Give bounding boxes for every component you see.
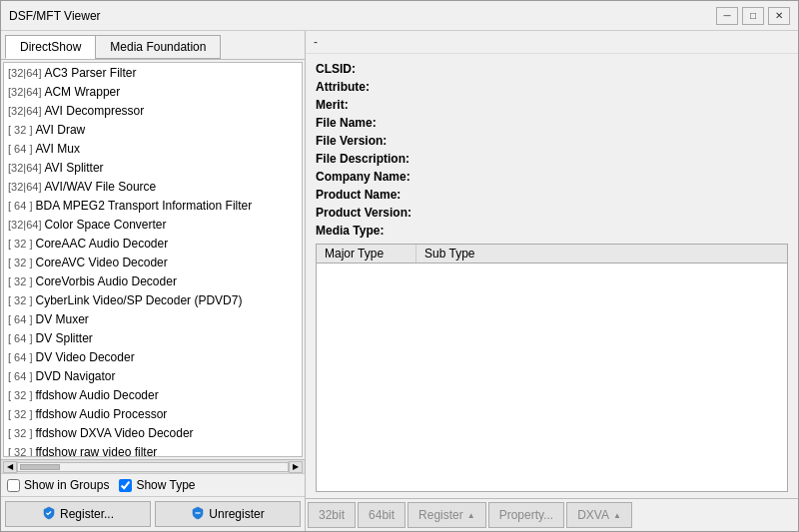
filter-badge: [32|64] (8, 86, 41, 98)
list-item[interactable]: [32|64]AVI/WAV File Source (4, 178, 302, 197)
prop-label: File Description: (316, 152, 445, 166)
media-type-table: Major TypeSub Type (316, 244, 788, 492)
show-type-group: Show Type (119, 478, 195, 492)
media-type-column-header: Major Type (317, 245, 416, 263)
list-item[interactable]: [ 32 ]CoreAAC Audio Decoder (4, 235, 302, 254)
property-row: Company Name: (316, 168, 788, 185)
list-item[interactable]: [ 32 ]ffdshow Audio Processor (4, 405, 302, 424)
filter-name: DV Video Decoder (35, 350, 134, 364)
list-item[interactable]: [ 64 ]DV Muxer (4, 310, 302, 329)
filter-badge: [32|64] (8, 162, 41, 174)
show-in-groups-group: Show in Groups (7, 478, 109, 492)
filter-badge: [32|64] (8, 219, 41, 231)
show-type-checkbox[interactable] (119, 479, 132, 492)
tab-directshow[interactable]: DirectShow (5, 35, 95, 59)
filter-name: CoreAAC Audio Decoder (35, 237, 168, 251)
list-item[interactable]: [ 64 ]DV Splitter (4, 329, 302, 348)
tab-media-foundation[interactable]: Media Foundation (95, 35, 221, 59)
filter-badge: [ 32 ] (8, 257, 32, 268)
scroll-right-arrow[interactable]: ▶ (289, 461, 303, 473)
filter-badge: [32|64] (8, 181, 41, 193)
main-window: DSF/MFT Viewer ─ □ ✕ DirectShow Media Fo… (0, 0, 799, 532)
prop-label: Attribute: (316, 80, 445, 94)
prop-label: File Name: (316, 116, 445, 130)
filter-name: ffdshow Audio Processor (35, 407, 167, 421)
properties-area: CLSID:Attribute:Merit:File Name:File Ver… (306, 54, 798, 498)
prop-label: Merit: (316, 98, 445, 112)
filter-name: AVI Splitter (44, 161, 103, 175)
list-item[interactable]: [32|64]ACM Wrapper (4, 83, 302, 102)
property-bottom-button[interactable]: Property... (488, 502, 564, 528)
filter-badge: [32|64] (8, 67, 41, 79)
unregister-button-label: Unregister (209, 507, 264, 521)
filter-badge: [ 32 ] (8, 124, 32, 136)
dxva-bottom-button[interactable]: DXVA▲ (566, 502, 632, 528)
maximize-button[interactable]: □ (742, 7, 764, 25)
show-type-label: Show Type (136, 478, 195, 492)
filter-name: CoreAVC Video Decoder (35, 256, 167, 269)
filter-list[interactable]: [32|64]AC3 Parser Filter[32|64]ACM Wrapp… (4, 63, 302, 456)
title-bar: DSF/MFT Viewer ─ □ ✕ (1, 1, 798, 31)
prop-label: File Version: (316, 134, 445, 148)
filter-badge: [ 64 ] (8, 200, 32, 212)
property-row: Merit: (316, 96, 788, 113)
unregister-button[interactable]: Unregister (155, 501, 301, 527)
list-item[interactable]: [ 32 ]ffdshow DXVA Video Decoder (4, 424, 302, 443)
list-item[interactable]: [32|64]AC3 Parser Filter (4, 64, 302, 83)
filter-badge: [ 32 ] (8, 427, 32, 439)
horizontal-scrollbar[interactable]: ◀ ▶ (1, 459, 305, 473)
window-controls: ─ □ ✕ (716, 7, 790, 25)
32bit-bottom-button[interactable]: 32bit (308, 502, 356, 528)
list-item[interactable]: [ 32 ]ffdshow raw video filter (4, 443, 302, 456)
arrow-icon: ▲ (467, 511, 475, 520)
action-row: Register... Unregister (1, 496, 305, 531)
list-item[interactable]: [ 64 ]AVI Mux (4, 140, 302, 159)
list-item[interactable]: [ 64 ]BDA MPEG2 Transport Information Fi… (4, 197, 302, 216)
minimize-button[interactable]: ─ (716, 7, 738, 25)
64bit-bottom-button[interactable]: 64bit (358, 502, 405, 528)
filter-name: CyberLink Video/SP Decoder (PDVD7) (35, 293, 242, 307)
filter-name: AVI Draw (35, 123, 85, 137)
left-panel: DirectShow Media Foundation [32|64]AC3 P… (1, 31, 306, 531)
filter-name: AVI/WAV File Source (44, 180, 156, 194)
main-content: DirectShow Media Foundation [32|64]AC3 P… (1, 31, 798, 531)
register-bottom-button[interactable]: Register▲ (407, 502, 486, 528)
property-row: Product Name: (316, 186, 788, 203)
list-item[interactable]: [ 32 ]AVI Draw (4, 121, 302, 140)
list-item[interactable]: [ 64 ]DV Video Decoder (4, 348, 302, 367)
filter-badge: [ 32 ] (8, 408, 32, 420)
register-button-label: Register... (60, 507, 114, 521)
list-item[interactable]: [ 32 ]ffdshow Audio Decoder (4, 386, 302, 405)
filter-name: AC3 Parser Filter (44, 66, 136, 80)
filter-name: ACM Wrapper (44, 85, 120, 99)
register-shield-icon (42, 506, 56, 523)
arrow-icon: ▲ (613, 511, 621, 520)
list-item[interactable]: [32|64]AVI Decompressor (4, 102, 302, 121)
filter-badge: [ 64 ] (8, 332, 32, 344)
filter-name: DV Splitter (35, 331, 92, 345)
list-item[interactable]: [ 32 ]CoreAVC Video Decoder (4, 254, 302, 272)
scrollbar-thumb[interactable] (20, 464, 60, 470)
prop-label: CLSID: (316, 62, 445, 76)
filter-name: ffdshow DXVA Video Decoder (35, 426, 193, 440)
list-item[interactable]: [32|64]Color Space Converter (4, 216, 302, 235)
show-in-groups-checkbox[interactable] (7, 479, 20, 492)
property-row: Media Type: (316, 222, 788, 239)
media-type-header: Major TypeSub Type (317, 245, 787, 264)
register-button[interactable]: Register... (5, 501, 151, 527)
filter-name: DVD Navigator (35, 369, 115, 383)
filter-badge: [ 64 ] (8, 313, 32, 325)
list-item[interactable]: [ 32 ]CyberLink Video/SP Decoder (PDVD7) (4, 291, 302, 310)
media-type-column-header: Sub Type (416, 245, 516, 263)
bottom-options-bar: Show in Groups Show Type (1, 473, 305, 496)
list-item[interactable]: [ 64 ]DVD Navigator (4, 367, 302, 386)
scrollbar-track[interactable] (17, 462, 289, 472)
filter-badge: [ 32 ] (8, 389, 32, 401)
list-item[interactable]: [ 32 ]CoreVorbis Audio Decoder (4, 272, 302, 291)
scroll-left-arrow[interactable]: ◀ (3, 461, 17, 473)
property-row: CLSID: (316, 60, 788, 77)
list-item[interactable]: [32|64]AVI Splitter (4, 159, 302, 178)
unregister-shield-icon (191, 506, 205, 523)
close-button[interactable]: ✕ (768, 7, 790, 25)
filter-name: ffdshow raw video filter (35, 445, 157, 456)
